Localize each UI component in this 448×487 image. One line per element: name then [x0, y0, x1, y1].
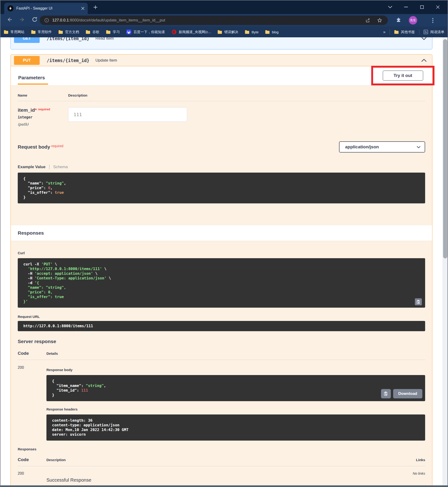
documented-responses-header: Code Description Links — [18, 457, 425, 462]
col-description-header: Description — [47, 458, 416, 462]
bookmark-star-icon[interactable] — [377, 18, 382, 23]
media-type-select[interactable]: application/json — [339, 141, 425, 153]
put-path: /items/{item_id} — [47, 58, 89, 63]
bookmark-label: 官方文档 — [65, 30, 79, 34]
scrollbar-thumb[interactable] — [443, 39, 447, 259]
bookmark-item[interactable]: 常用网站 — [4, 30, 24, 34]
bookmark-label: 常用软件 — [38, 30, 52, 34]
browser-titlebar: FastAPI - Swagger UI — [0, 0, 448, 14]
bookmark-label: 常用网站 — [10, 30, 24, 34]
put-method-badge: PUT — [14, 56, 40, 65]
reading-list-button[interactable]: 阅读清单 — [424, 30, 444, 34]
reading-list-label: 阅读清单 — [430, 30, 444, 34]
url-host: 127.0.0.1 — [52, 18, 69, 22]
folder-icon — [106, 30, 111, 34]
bookmark-item[interactable]: 错误解决 — [217, 30, 238, 34]
folder-icon — [245, 30, 249, 34]
bookmark-label: blog — [272, 30, 278, 34]
opblock-summary-get[interactable]: GET /items/{item_id} Read Item — [11, 37, 432, 49]
divider — [419, 29, 419, 35]
response-status-code: 200 — [18, 365, 47, 440]
folder-icon — [58, 30, 63, 34]
opblock-put-update-item: PUT /items/{item_id} Update Item Paramet… — [10, 54, 432, 487]
bookmark-item[interactable]: 谷歌 — [86, 30, 99, 34]
divider — [18, 466, 425, 466]
opblock-summary-put[interactable]: PUT /items/{item_id} Update Item — [11, 55, 432, 66]
bookmark-item[interactable]: Byte — [245, 30, 258, 34]
bookmark-label: 百度一下，你就知道 — [134, 30, 165, 34]
chevron-up-icon[interactable] — [421, 59, 426, 62]
folder-icon — [394, 30, 399, 34]
forward-button[interactable] — [19, 16, 25, 23]
documented-links: No links — [413, 471, 425, 483]
parameter-location: (path) — [18, 122, 68, 126]
new-tab-button[interactable] — [93, 5, 97, 9]
col-name-header: Name — [18, 93, 68, 97]
opblock-get-read-item: GET /items/{item_id} Read Item — [10, 37, 432, 49]
folder-icon — [265, 30, 270, 34]
chevron-down-icon[interactable] — [421, 37, 426, 40]
responses-content: Curl curl -X 'PUT' \ 'http://127.0.0.1:8… — [11, 241, 432, 487]
browser-tab[interactable]: FastAPI - Swagger UI — [4, 3, 88, 14]
bookmark-item[interactable]: blog — [265, 30, 278, 34]
col-description-header: Description — [68, 93, 88, 97]
cctv-icon — [171, 29, 177, 34]
request-body-required: required — [51, 144, 63, 148]
close-window-button[interactable] — [430, 0, 446, 14]
server-response-title: Server response — [18, 339, 425, 344]
copy-curl-button[interactable] — [415, 298, 422, 305]
page-scrollbar[interactable] — [442, 37, 448, 487]
bookmark-item[interactable]: 新闻频道_央视网(c... — [171, 29, 211, 34]
bookmark-item[interactable]: 百度一下，你就知道 — [126, 29, 165, 34]
download-button[interactable]: Download — [393, 389, 422, 398]
profile-avatar[interactable]: 先生 — [409, 16, 417, 24]
bookmark-item[interactable]: 官方文档 — [58, 30, 79, 34]
other-bookmarks-button[interactable]: 其他书签 — [394, 30, 415, 34]
parameter-type: integer — [18, 115, 68, 119]
tab-parameters: Parameters — [18, 75, 48, 85]
tab-search-chevron-icon[interactable] — [382, 0, 398, 14]
reload-button[interactable] — [32, 16, 38, 22]
copy-response-button[interactable] — [381, 389, 391, 398]
folder-icon — [86, 30, 90, 34]
request-body-label: Request body — [18, 144, 50, 149]
extensions-puzzle-icon[interactable] — [396, 17, 401, 23]
fastapi-favicon-icon — [8, 5, 14, 11]
curl-codeblock: curl -X 'PUT' \ 'http://127.0.0.1:8000/i… — [18, 258, 425, 308]
response-headers-codeblock: content-length: 36content-type: applicat… — [47, 415, 425, 440]
divider — [18, 360, 425, 360]
minimize-button[interactable] — [398, 0, 414, 14]
try-it-out-button[interactable]: Try it out — [383, 71, 423, 81]
bookmarks-overflow-button[interactable]: » — [383, 30, 385, 34]
browser-menu-kebab-icon[interactable] — [432, 18, 433, 23]
col-links-header: Links — [416, 458, 425, 462]
maximize-button[interactable] — [414, 0, 430, 14]
tab-schema[interactable]: Schema — [53, 165, 68, 169]
request-url-label: Request URL — [18, 315, 425, 319]
parameter-meta: item_id*required integer (path) — [18, 107, 68, 126]
responses-section-title: Responses — [18, 230, 44, 236]
back-button[interactable] — [7, 16, 13, 23]
tab-example-value[interactable]: Example Value — [18, 165, 46, 169]
documented-response-row: 200 Successful Response No links — [18, 471, 425, 483]
get-summary-text: Read Item — [96, 37, 114, 41]
required-star: * — [35, 107, 37, 113]
site-info-icon[interactable] — [44, 18, 49, 23]
folder-icon — [217, 30, 222, 34]
documented-status-code: 200 — [18, 471, 47, 483]
parameters-content: Name Description item_id*required intege… — [11, 85, 432, 225]
divider — [49, 165, 49, 169]
parameters-section-header: Parameters Try it out — [11, 66, 432, 85]
share-icon[interactable] — [365, 18, 370, 23]
address-bar[interactable]: 127.0.0.1:8000/docs#/default/update_item… — [40, 16, 388, 25]
divider — [18, 101, 425, 101]
item-id-input[interactable] — [68, 107, 187, 122]
bookmark-item[interactable]: 常用软件 — [31, 30, 52, 34]
swagger-page: GET /items/{item_id} Read Item PUT /item… — [0, 37, 448, 487]
bookmark-item[interactable]: 学习 — [106, 30, 120, 34]
chevron-down-icon — [417, 146, 420, 148]
url-path: :8000/docs#/default/update_item_items__i… — [69, 18, 165, 22]
tab-close-icon[interactable] — [81, 7, 84, 10]
response-body-codeblock: { "item_name": "string", "item_id": 111}… — [47, 375, 425, 401]
divider — [390, 29, 390, 35]
